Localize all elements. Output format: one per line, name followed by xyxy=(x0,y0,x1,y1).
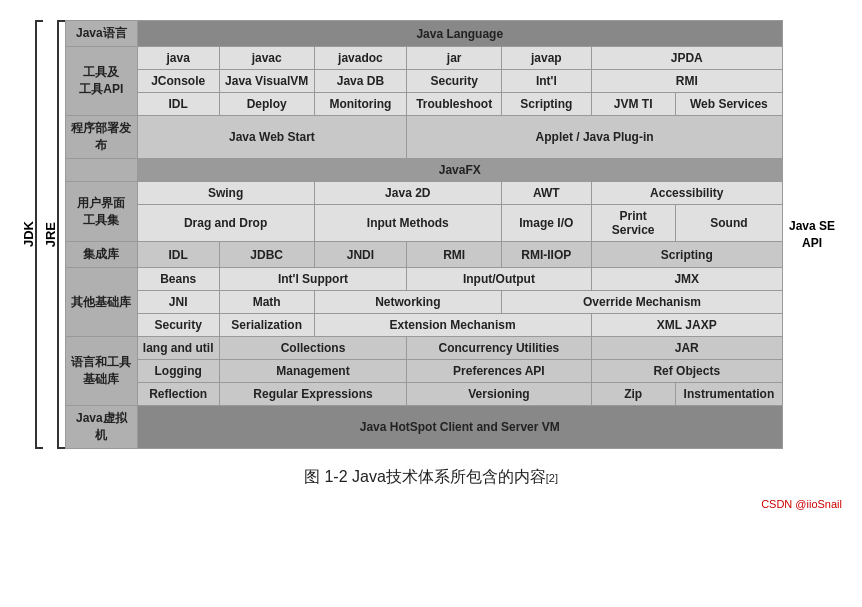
cell-versioning: Versioning xyxy=(407,383,591,406)
cell-intl-tools: Int'l xyxy=(502,70,592,93)
cell-java-visualvm: Java VisualVM xyxy=(219,70,314,93)
row-javafx: JavaFX xyxy=(66,159,783,182)
cell-security-tools: Security xyxy=(407,70,502,93)
cell-input-output: Input/Output xyxy=(407,268,591,291)
cell-networking: Networking xyxy=(314,291,501,314)
row-lang-2: Logging Management Preferences API Ref O… xyxy=(66,360,783,383)
cell-rmi-iiop: RMI-IIOP xyxy=(502,242,592,268)
jdk-bracket-area: JDK xyxy=(21,20,43,449)
cell-ref-objects: Ref Objects xyxy=(591,360,782,383)
cell-security-other: Security xyxy=(137,314,219,337)
cell-preferences-api: Preferences API xyxy=(407,360,591,383)
row-other-3: Security Serialization Extension Mechani… xyxy=(66,314,783,337)
jdk-label: JDK xyxy=(21,20,35,449)
label-deploy: 程序部署发布 xyxy=(66,116,138,159)
cell-rmi-tools: RMI xyxy=(591,70,782,93)
cell-jvm: Java HotSpot Client and Server VM xyxy=(137,406,782,449)
cell-scripting-tools: Scripting xyxy=(502,93,592,116)
cell-java2d: Java 2D xyxy=(314,182,501,205)
main-table-area: Java语言 Java Language 工具及 工具API java java… xyxy=(65,20,841,449)
cell-webservices: Web Services xyxy=(675,93,782,116)
label-java-lang: Java语言 xyxy=(66,21,138,47)
cell-print-service: Print Service xyxy=(591,205,675,242)
cell-serialization: Serialization xyxy=(219,314,314,337)
cell-input-methods: Input Methods xyxy=(314,205,501,242)
cell-java: java xyxy=(137,47,219,70)
cell-intl-support: Int'l Support xyxy=(219,268,406,291)
java-se-api-area: Java SE API xyxy=(783,20,841,449)
jre-label: JRE xyxy=(43,20,57,449)
figure-caption-area: 图 1-2 Java技术体系所包含的内容[2] xyxy=(304,467,558,488)
cell-beans: Beans xyxy=(137,268,219,291)
cell-javac: javac xyxy=(219,47,314,70)
cell-math: Math xyxy=(219,291,314,314)
cell-image-io: Image I/O xyxy=(502,205,592,242)
label-tools: 工具及 工具API xyxy=(66,47,138,116)
cell-awt: AWT xyxy=(502,182,592,205)
label-javafx-empty xyxy=(66,159,138,182)
cell-javap: javap xyxy=(502,47,592,70)
row-tools-2: JConsole Java VisualVM Java DB Security … xyxy=(66,70,783,93)
cell-regex: Regular Expressions xyxy=(219,383,406,406)
cell-xml-jaxp: XML JAXP xyxy=(591,314,782,337)
cell-override-mechanism: Override Mechanism xyxy=(502,291,783,314)
cell-jconsole: JConsole xyxy=(137,70,219,93)
cell-reflection: Reflection xyxy=(137,383,219,406)
row-ui-1: 用户界面 工具集 Swing Java 2D AWT Accessibility xyxy=(66,182,783,205)
cell-instrumentation: Instrumentation xyxy=(675,383,782,406)
figure-caption: 图 1-2 Java技术体系所包含的内容 xyxy=(304,467,546,488)
row-java-lang: Java语言 Java Language xyxy=(66,21,783,47)
main-table: Java语言 Java Language 工具及 工具API java java… xyxy=(65,20,783,449)
jdk-bracket-line xyxy=(35,20,43,449)
cell-idl-int: IDL xyxy=(137,242,219,268)
row-other-2: JNI Math Networking Override Mechanism xyxy=(66,291,783,314)
cell-jndi: JNDI xyxy=(314,242,407,268)
row-ui-2: Drag and Drop Input Methods Image I/O Pr… xyxy=(66,205,783,242)
cell-lang-util: lang and util xyxy=(137,337,219,360)
cell-jvmti: JVM TI xyxy=(591,93,675,116)
cell-java-db: Java DB xyxy=(314,70,407,93)
cell-java-web-start: Java Web Start xyxy=(137,116,407,159)
cell-jni: JNI xyxy=(137,291,219,314)
cell-extension-mechanism: Extension Mechanism xyxy=(314,314,591,337)
cell-sound: Sound xyxy=(675,205,782,242)
cell-monitoring: Monitoring xyxy=(314,93,407,116)
cell-concurrency: Concurrency Utilities xyxy=(407,337,591,360)
cell-idl-tools: IDL xyxy=(137,93,219,116)
row-lang-3: Reflection Regular Expressions Versionin… xyxy=(66,383,783,406)
cell-swing: Swing xyxy=(137,182,314,205)
cell-management: Management xyxy=(219,360,406,383)
row-other-1: 其他基础库 Beans Int'l Support Input/Output J… xyxy=(66,268,783,291)
cell-logging: Logging xyxy=(137,360,219,383)
csdn-watermark: CSDN @iioSnail xyxy=(761,498,842,510)
row-jvm: Java虚拟机 Java HotSpot Client and Server V… xyxy=(66,406,783,449)
cell-jar-lang: JAR xyxy=(591,337,782,360)
cell-zip: Zip xyxy=(591,383,675,406)
row-integration: 集成库 IDL JDBC JNDI RMI RMI-IIOP Scripting xyxy=(66,242,783,268)
jre-outer: JRE xyxy=(43,20,841,449)
label-ui: 用户界面 工具集 xyxy=(66,182,138,242)
cell-applet: Applet / Java Plug-in xyxy=(407,116,783,159)
label-jvm: Java虚拟机 xyxy=(66,406,138,449)
cell-jdbc: JDBC xyxy=(219,242,314,268)
cell-javadoc: javadoc xyxy=(314,47,407,70)
label-other: 其他基础库 xyxy=(66,268,138,337)
watermark-area: CSDN @iioSnail xyxy=(761,494,842,512)
cell-jpda: JPDA xyxy=(591,47,782,70)
jre-bracket-line xyxy=(57,20,65,449)
row-tools-1: 工具及 工具API java javac javadoc jar javap J… xyxy=(66,47,783,70)
cell-scripting-int: Scripting xyxy=(591,242,782,268)
cell-accessibility: Accessibility xyxy=(591,182,782,205)
cell-collections: Collections xyxy=(219,337,406,360)
row-lang-1: 语言和工具 基础库 lang and util Collections Conc… xyxy=(66,337,783,360)
cell-deploy: Deploy xyxy=(219,93,314,116)
cell-rmi-int: RMI xyxy=(407,242,502,268)
cell-java-language: Java Language xyxy=(137,21,782,47)
cell-javafx: JavaFX xyxy=(137,159,782,182)
figure-superscript: [2] xyxy=(546,472,558,484)
row-deploy: 程序部署发布 Java Web Start Applet / Java Plug… xyxy=(66,116,783,159)
cell-jar: jar xyxy=(407,47,502,70)
jre-bracket-area: JRE xyxy=(43,20,65,449)
java-se-api-label: Java SE API xyxy=(789,218,835,252)
row-tools-3: IDL Deploy Monitoring Troubleshoot Scrip… xyxy=(66,93,783,116)
